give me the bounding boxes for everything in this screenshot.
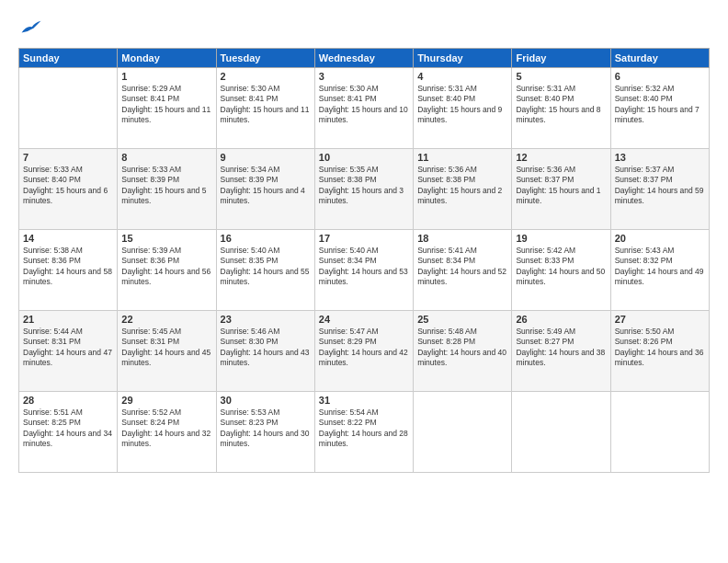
weekday-header-wednesday: Wednesday [314, 49, 413, 68]
day-number: 6 [615, 71, 705, 82]
day-info: Sunrise: 5:49 AMSunset: 8:27 PMDaylight:… [516, 327, 606, 369]
calendar-cell: 23Sunrise: 5:46 AMSunset: 8:30 PMDayligh… [216, 311, 314, 392]
day-info: Sunrise: 5:47 AMSunset: 8:29 PMDaylight:… [319, 327, 409, 369]
day-number: 7 [23, 152, 113, 163]
day-info: Sunrise: 5:46 AMSunset: 8:30 PMDaylight:… [221, 327, 311, 369]
day-number: 26 [516, 314, 606, 325]
day-number: 8 [121, 152, 211, 163]
calendar-cell: 27Sunrise: 5:50 AMSunset: 8:26 PMDayligh… [610, 311, 709, 392]
calendar-body: 1Sunrise: 5:29 AMSunset: 8:41 PMDaylight… [19, 68, 710, 473]
day-info: Sunrise: 5:51 AMSunset: 8:25 PMDaylight:… [23, 408, 113, 450]
weekday-header-tuesday: Tuesday [216, 49, 314, 68]
day-info: Sunrise: 5:37 AMSunset: 8:37 PMDaylight:… [615, 165, 705, 207]
day-number: 14 [23, 233, 113, 244]
calendar-cell: 30Sunrise: 5:53 AMSunset: 8:23 PMDayligh… [216, 392, 314, 473]
calendar-cell: 7Sunrise: 5:33 AMSunset: 8:40 PMDaylight… [19, 149, 118, 230]
calendar-cell: 17Sunrise: 5:40 AMSunset: 8:34 PMDayligh… [314, 230, 413, 311]
calendar-week-2: 7Sunrise: 5:33 AMSunset: 8:40 PMDaylight… [19, 149, 710, 230]
day-number: 27 [615, 314, 705, 325]
day-number: 23 [221, 314, 311, 325]
day-number: 1 [121, 71, 211, 82]
day-info: Sunrise: 5:50 AMSunset: 8:26 PMDaylight:… [615, 327, 705, 369]
day-number: 31 [319, 395, 409, 406]
day-info: Sunrise: 5:30 AMSunset: 8:41 PMDaylight:… [221, 84, 311, 126]
calendar-cell: 16Sunrise: 5:40 AMSunset: 8:35 PMDayligh… [216, 230, 314, 311]
calendar-cell: 6Sunrise: 5:32 AMSunset: 8:40 PMDaylight… [610, 68, 709, 149]
calendar-cell: 20Sunrise: 5:43 AMSunset: 8:32 PMDayligh… [610, 230, 709, 311]
day-info: Sunrise: 5:42 AMSunset: 8:33 PMDaylight:… [516, 246, 606, 288]
calendar-cell: 14Sunrise: 5:38 AMSunset: 8:36 PMDayligh… [19, 230, 118, 311]
day-info: Sunrise: 5:32 AMSunset: 8:40 PMDaylight:… [615, 84, 705, 126]
day-info: Sunrise: 5:31 AMSunset: 8:40 PMDaylight:… [516, 84, 606, 126]
day-number: 28 [23, 395, 113, 406]
day-info: Sunrise: 5:35 AMSunset: 8:38 PMDaylight:… [319, 165, 409, 207]
day-info: Sunrise: 5:44 AMSunset: 8:31 PMDaylight:… [23, 327, 113, 369]
calendar-cell: 10Sunrise: 5:35 AMSunset: 8:38 PMDayligh… [314, 149, 413, 230]
day-number: 22 [121, 314, 211, 325]
day-number: 19 [516, 233, 606, 244]
day-info: Sunrise: 5:33 AMSunset: 8:40 PMDaylight:… [23, 165, 113, 207]
calendar-cell: 22Sunrise: 5:45 AMSunset: 8:31 PMDayligh… [118, 311, 216, 392]
day-info: Sunrise: 5:48 AMSunset: 8:28 PMDaylight:… [417, 327, 507, 369]
day-info: Sunrise: 5:31 AMSunset: 8:40 PMDaylight:… [417, 84, 507, 126]
calendar-cell: 1Sunrise: 5:29 AMSunset: 8:41 PMDaylight… [118, 68, 216, 149]
day-number: 20 [615, 233, 705, 244]
day-number: 17 [319, 233, 409, 244]
day-info: Sunrise: 5:54 AMSunset: 8:22 PMDaylight:… [319, 408, 409, 450]
calendar-table: SundayMondayTuesdayWednesdayThursdayFrid… [18, 48, 710, 473]
calendar-header: SundayMondayTuesdayWednesdayThursdayFrid… [19, 49, 710, 68]
day-number: 4 [417, 71, 507, 82]
day-number: 15 [121, 233, 211, 244]
weekday-header-sunday: Sunday [19, 49, 118, 68]
day-info: Sunrise: 5:45 AMSunset: 8:31 PMDaylight:… [121, 327, 211, 369]
day-info: Sunrise: 5:38 AMSunset: 8:36 PMDaylight:… [23, 246, 113, 288]
weekday-header-friday: Friday [512, 49, 610, 68]
day-number: 9 [221, 152, 311, 163]
day-number: 29 [121, 395, 211, 406]
calendar-cell [610, 392, 709, 473]
day-info: Sunrise: 5:53 AMSunset: 8:23 PMDaylight:… [221, 408, 311, 450]
day-info: Sunrise: 5:36 AMSunset: 8:38 PMDaylight:… [417, 165, 507, 207]
calendar-cell: 13Sunrise: 5:37 AMSunset: 8:37 PMDayligh… [610, 149, 709, 230]
day-number: 21 [23, 314, 113, 325]
calendar-cell: 2Sunrise: 5:30 AMSunset: 8:41 PMDaylight… [216, 68, 314, 149]
calendar-cell: 31Sunrise: 5:54 AMSunset: 8:22 PMDayligh… [314, 392, 413, 473]
calendar-cell: 18Sunrise: 5:41 AMSunset: 8:34 PMDayligh… [414, 230, 512, 311]
logo [18, 18, 42, 37]
page-header [18, 18, 710, 37]
day-number: 24 [319, 314, 409, 325]
calendar-week-5: 28Sunrise: 5:51 AMSunset: 8:25 PMDayligh… [19, 392, 710, 473]
calendar-cell: 12Sunrise: 5:36 AMSunset: 8:37 PMDayligh… [512, 149, 610, 230]
day-number: 11 [417, 152, 507, 163]
day-number: 3 [319, 71, 409, 82]
day-number: 30 [221, 395, 311, 406]
calendar-page: SundayMondayTuesdayWednesdayThursdayFrid… [0, 0, 728, 563]
calendar-cell: 24Sunrise: 5:47 AMSunset: 8:29 PMDayligh… [314, 311, 413, 392]
weekday-header-thursday: Thursday [414, 49, 512, 68]
calendar-cell: 21Sunrise: 5:44 AMSunset: 8:31 PMDayligh… [19, 311, 118, 392]
calendar-cell: 4Sunrise: 5:31 AMSunset: 8:40 PMDaylight… [414, 68, 512, 149]
calendar-cell: 8Sunrise: 5:33 AMSunset: 8:39 PMDaylight… [118, 149, 216, 230]
calendar-cell: 11Sunrise: 5:36 AMSunset: 8:38 PMDayligh… [414, 149, 512, 230]
day-number: 16 [221, 233, 311, 244]
day-number: 13 [615, 152, 705, 163]
day-number: 5 [516, 71, 606, 82]
day-info: Sunrise: 5:52 AMSunset: 8:24 PMDaylight:… [121, 408, 211, 450]
calendar-week-3: 14Sunrise: 5:38 AMSunset: 8:36 PMDayligh… [19, 230, 710, 311]
weekday-header-row: SundayMondayTuesdayWednesdayThursdayFrid… [19, 49, 710, 68]
day-number: 18 [417, 233, 507, 244]
calendar-week-4: 21Sunrise: 5:44 AMSunset: 8:31 PMDayligh… [19, 311, 710, 392]
calendar-cell: 19Sunrise: 5:42 AMSunset: 8:33 PMDayligh… [512, 230, 610, 311]
calendar-cell: 5Sunrise: 5:31 AMSunset: 8:40 PMDaylight… [512, 68, 610, 149]
day-number: 25 [417, 314, 507, 325]
calendar-week-1: 1Sunrise: 5:29 AMSunset: 8:41 PMDaylight… [19, 68, 710, 149]
calendar-cell: 25Sunrise: 5:48 AMSunset: 8:28 PMDayligh… [414, 311, 512, 392]
calendar-cell: 26Sunrise: 5:49 AMSunset: 8:27 PMDayligh… [512, 311, 610, 392]
day-info: Sunrise: 5:43 AMSunset: 8:32 PMDaylight:… [615, 246, 705, 288]
calendar-cell [19, 68, 118, 149]
day-info: Sunrise: 5:40 AMSunset: 8:34 PMDaylight:… [319, 246, 409, 288]
calendar-cell: 9Sunrise: 5:34 AMSunset: 8:39 PMDaylight… [216, 149, 314, 230]
calendar-cell [414, 392, 512, 473]
day-info: Sunrise: 5:29 AMSunset: 8:41 PMDaylight:… [121, 84, 211, 126]
day-info: Sunrise: 5:40 AMSunset: 8:35 PMDaylight:… [221, 246, 311, 288]
